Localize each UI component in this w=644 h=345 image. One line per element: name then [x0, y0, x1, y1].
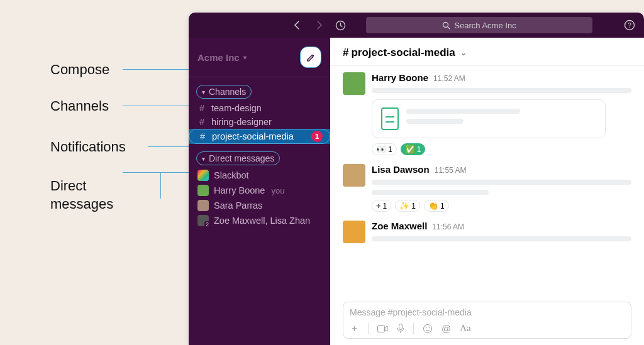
- svg-point-1: [443, 22, 448, 27]
- dm-name: Zoe Maxwell, Lisa Zhan: [214, 216, 310, 226]
- nav-back-icon[interactable]: [291, 18, 304, 32]
- hash-icon: #: [197, 103, 206, 113]
- svg-point-8: [429, 327, 430, 328]
- composer-emoji-icon[interactable]: [423, 324, 433, 334]
- document-icon: [381, 107, 399, 130]
- nav-forward-icon[interactable]: [312, 18, 326, 32]
- annotation-arrow-dm-h: [123, 172, 160, 173]
- message-item: Lisa Dawson 11:55 AM +1 ✨1 👏1: [343, 164, 631, 212]
- compose-icon: [306, 52, 316, 63]
- chevron-down-icon: ▾: [202, 89, 205, 96]
- separator: [368, 323, 369, 334]
- channel-item-project-social-media[interactable]: # project-social-media 1: [189, 129, 330, 144]
- composer-plus-icon[interactable]: ＋: [350, 322, 359, 334]
- reaction-clap[interactable]: 👏1: [424, 200, 449, 212]
- top-navigation-bar: Search Acme Inc ?: [189, 13, 644, 38]
- channel-view: # project-social-media ⌄ Harry Boone 11:…: [330, 38, 644, 345]
- message-item: Harry Boone 11:52 AM 👀1: [343, 72, 631, 155]
- annotation-arrow-channels: [123, 106, 199, 106]
- avatar-icon: [343, 221, 365, 243]
- message-text-placeholder: [372, 236, 631, 241]
- avatar-slackbot-icon: [197, 170, 209, 181]
- workspace-name: Acme Inc ▾: [197, 52, 247, 63]
- dm-name: Slackbot: [214, 170, 249, 180]
- direct-messages-section: ▾ Direct messages Slackbot Harry Boone y…: [189, 151, 330, 228]
- separator: [413, 323, 414, 334]
- search-input[interactable]: Search Acme Inc: [366, 17, 592, 33]
- channels-label: Channels: [209, 87, 246, 97]
- message-author[interactable]: Lisa Dawson: [372, 164, 430, 175]
- avatar-group-icon: 2: [197, 215, 209, 226]
- reactions-bar: +1 ✨1 👏1: [372, 200, 631, 212]
- message-text-placeholder: [372, 180, 631, 185]
- composer-mention-icon[interactable]: @: [441, 323, 451, 334]
- channel-item-team-design[interactable]: # team-design: [189, 101, 330, 115]
- help-icon[interactable]: ?: [623, 18, 636, 32]
- workspace-header[interactable]: Acme Inc ▾: [189, 41, 330, 77]
- message-time: 11:55 AM: [435, 166, 467, 175]
- channel-item-hiring-designer[interactable]: # hiring-designer: [189, 115, 330, 129]
- composer-mic-icon[interactable]: [397, 324, 404, 334]
- reactions-bar: 👀1 ✅1: [372, 143, 631, 155]
- annotation-direct-messages: Direct messages: [50, 177, 113, 213]
- unread-badge: 1: [311, 131, 323, 142]
- hash-icon: #: [197, 117, 206, 127]
- dm-item-slackbot[interactable]: Slackbot: [189, 168, 330, 183]
- channel-title: project-social-media: [351, 47, 455, 59]
- message-list: Harry Boone 11:52 AM 👀1: [330, 66, 644, 302]
- channel-title-prefix: #: [343, 47, 348, 59]
- chevron-down-icon: ▾: [243, 54, 247, 61]
- svg-point-6: [424, 324, 432, 332]
- reaction-eyes[interactable]: 👀1: [372, 143, 397, 155]
- dm-item-sara-parras[interactable]: Sara Parras: [189, 198, 330, 213]
- hash-icon: #: [198, 131, 207, 141]
- message-author[interactable]: Zoe Maxwell: [372, 221, 427, 231]
- avatar-icon: [197, 185, 209, 196]
- channel-name: hiring-designer: [211, 117, 272, 127]
- message-text-placeholder: [372, 190, 489, 195]
- annotation-notifications: Notifications: [50, 139, 126, 155]
- history-icon[interactable]: [333, 18, 347, 32]
- composer-format-icon[interactable]: Aa: [460, 323, 471, 334]
- avatar-icon: [197, 200, 209, 211]
- message-time: 11:52 AM: [433, 74, 465, 83]
- channels-section: ▾ Channels # team-design # hiring-design…: [189, 85, 330, 144]
- direct-messages-section-header[interactable]: ▾ Direct messages: [196, 151, 280, 165]
- dm-item-harry-boone[interactable]: Harry Boone you: [189, 183, 330, 198]
- avatar-icon: [343, 72, 365, 95]
- compose-button[interactable]: [300, 47, 321, 68]
- dm-item-group[interactable]: 2 Zoe Maxwell, Lisa Zhan: [189, 213, 330, 228]
- dm-name: Harry Boone: [214, 185, 265, 195]
- reaction-sparkles[interactable]: ✨1: [395, 200, 420, 212]
- reaction-check[interactable]: ✅1: [401, 143, 426, 155]
- message-composer[interactable]: Message #project-social-media ＋ @ Aa: [343, 302, 631, 339]
- svg-rect-4: [378, 325, 385, 332]
- slack-window: Search Acme Inc ? Acme Inc ▾: [189, 13, 644, 345]
- sidebar: Acme Inc ▾ ▾ Channels #: [189, 38, 330, 345]
- svg-point-7: [426, 327, 427, 328]
- attachment-meta-placeholder: [406, 119, 464, 124]
- svg-text:?: ?: [628, 22, 631, 29]
- composer-placeholder: Message #project-social-media: [350, 307, 625, 317]
- channel-name: project-social-media: [212, 131, 294, 141]
- channel-header[interactable]: # project-social-media ⌄: [330, 38, 644, 66]
- message-text-placeholder: [372, 88, 631, 93]
- svg-rect-5: [399, 324, 402, 329]
- annotation-channels: Channels: [50, 98, 109, 114]
- avatar-icon: [343, 164, 365, 187]
- composer-toolbar: ＋ @ Aa: [350, 322, 625, 334]
- message-author[interactable]: Harry Boone: [372, 72, 428, 83]
- attachment-title-placeholder: [406, 109, 520, 114]
- composer-video-icon[interactable]: [377, 325, 388, 332]
- message-attachment[interactable]: [372, 99, 606, 138]
- channel-name: team-design: [211, 103, 262, 113]
- you-label: you: [271, 186, 284, 195]
- dm-name: Sara Parras: [214, 200, 262, 211]
- channels-section-header[interactable]: ▾ Channels: [196, 85, 252, 99]
- message-time: 11:56 AM: [432, 222, 464, 231]
- search-placeholder: Search Acme Inc: [454, 21, 516, 30]
- annotation-compose: Compose: [50, 62, 109, 78]
- search-icon: [442, 21, 450, 30]
- chevron-down-icon: ▾: [202, 155, 205, 162]
- reaction-add[interactable]: +1: [372, 200, 391, 212]
